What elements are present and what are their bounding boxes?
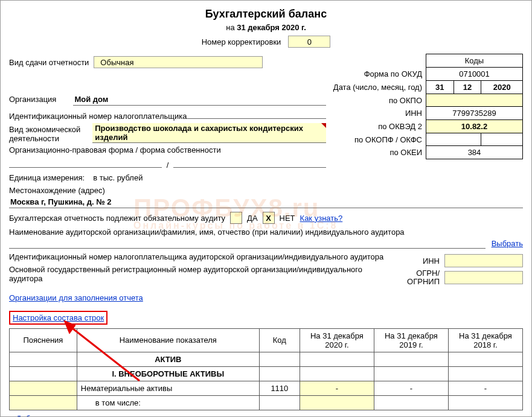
page-title: Бухгалтерский баланс: [9, 8, 523, 21]
inn-long-label: Идентификационный номер налогоплательщик…: [9, 112, 187, 121]
okud-label: Форма по ОКУД: [333, 68, 426, 81]
auditor-ogrn-short: ОГРН/ ОГРНИП: [397, 269, 440, 287]
plus-icon: +: [9, 414, 14, 416]
org-label: Организация: [9, 95, 56, 104]
activity-label-1: Вид экономической: [9, 125, 80, 134]
okved-value[interactable]: 10.82.2: [426, 120, 523, 133]
inn-label: ИНН: [333, 107, 426, 120]
okei-value: 384: [426, 146, 523, 159]
inn-value: 7799735289: [426, 107, 523, 120]
add-row-link[interactable]: Добавить строку: [16, 414, 77, 416]
auditor-ogrn-label: Основной государственный регистрационный…: [9, 265, 390, 283]
audit-help-link[interactable]: Как узнать?: [300, 214, 343, 223]
config-rows-link[interactable]: Настройка состава строк: [13, 313, 104, 322]
audit-yes-checkbox[interactable]: [230, 212, 242, 224]
audit-no-checkbox[interactable]: X: [263, 212, 275, 224]
table-row[interactable]: в том числе:: [10, 395, 523, 410]
okpo-value[interactable]: [426, 94, 523, 107]
audit-no-label: НЕТ: [280, 214, 295, 223]
legal-form-label: Организационно-правовая форма / форма со…: [9, 145, 221, 154]
correction-label: Номер корректировки: [202, 37, 281, 46]
activity-field[interactable]: Производство шоколада и сахаристых конди…: [92, 123, 326, 143]
units-value: в тыс. рублей: [93, 173, 143, 182]
th-code: Код: [259, 328, 300, 352]
legal-form-field-2[interactable]: [173, 157, 326, 168]
okved-label: по ОКВЭД 2: [333, 120, 426, 133]
address-label: Местонахождение (адрес): [9, 186, 105, 195]
codes-header: Коды: [426, 54, 523, 68]
submission-type-field[interactable]: Обычная: [94, 56, 263, 68]
audit-label: Бухгалтерская отчетность подлежит обязат…: [9, 214, 225, 223]
section-asset: АКТИВ: [77, 352, 259, 366]
table-row[interactable]: Нематериальные активы 1110 - - -: [10, 381, 523, 395]
okopf-value-1[interactable]: [426, 133, 481, 146]
okopf-label: по ОКОПФ / ОКФС: [333, 133, 426, 146]
page-subtitle: на 31 декабря 2020 г.: [9, 23, 523, 32]
okopf-value-2[interactable]: [481, 133, 523, 146]
auditor-inn-field[interactable]: [444, 254, 523, 267]
codes-table: Коды Форма по ОКУД 0710001 Дата (число, …: [333, 54, 523, 159]
correction-field[interactable]: 0: [288, 36, 330, 48]
auditor-inn-label: Идентификационный номер налогоплательщик…: [9, 252, 390, 261]
th-explain: Пояснения: [10, 328, 77, 352]
th-y3: На 31 декабря 2018 г.: [448, 328, 522, 352]
audit-yes-label: ДА: [247, 214, 257, 223]
auditor-select-link[interactable]: Выбрать: [492, 239, 523, 248]
date-label: Дата (число, месяц, год): [333, 81, 426, 94]
date-year[interactable]: 2020: [481, 81, 523, 94]
th-y1: На 31 декабря 2020 г.: [300, 328, 374, 352]
submission-type-label: Вид сдачи отчетности: [9, 58, 89, 67]
th-y2: На 31 декабря 2019 г.: [374, 328, 448, 352]
th-name: Наименование показателя: [77, 328, 259, 352]
legal-form-sep: /: [162, 161, 174, 170]
org-field[interactable]: Мой дом: [73, 95, 325, 106]
legal-form-field-1[interactable]: [9, 157, 162, 168]
date-day[interactable]: 31: [426, 81, 454, 94]
address-field[interactable]: Москва г, Пушкина, д. № 2: [9, 197, 523, 208]
section-noncurrent: I. ВНЕОБОРОТНЫЕ АКТИВЫ: [77, 366, 259, 381]
auditor-inn-short: ИНН: [397, 256, 440, 266]
auditor-name-field[interactable]: [9, 238, 486, 249]
okud-value: 0710001: [426, 68, 523, 81]
balance-table: Пояснения Наименование показателя Код На…: [9, 328, 523, 410]
activity-label-2: деятельности: [9, 134, 80, 143]
units-label: Единица измерения:: [9, 173, 85, 182]
auditor-name-label: Наименование аудиторской организации/фам…: [9, 228, 405, 237]
orgs-for-report-link[interactable]: Организации для заполнения отчета: [9, 293, 143, 302]
okpo-label: по ОКПО: [333, 94, 426, 107]
auditor-ogrn-field[interactable]: [444, 271, 523, 284]
okei-label: по ОКЕИ: [333, 146, 426, 159]
date-month[interactable]: 12: [453, 81, 481, 94]
